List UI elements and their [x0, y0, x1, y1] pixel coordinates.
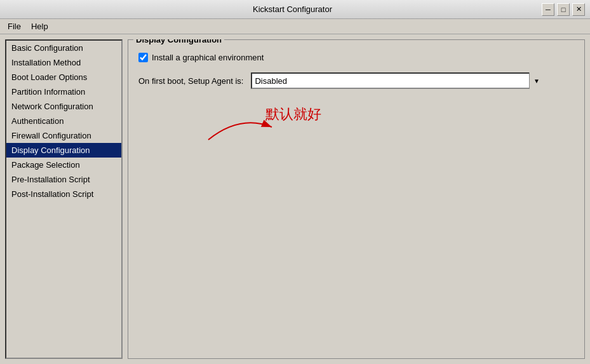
graphical-env-label: Install a graphical environment [152, 53, 264, 62]
setup-agent-row: On first boot, Setup Agent is: Disabled … [138, 72, 574, 89]
window-title: Kickstart Configurator [43, 4, 542, 14]
sidebar-item-post-installation-script[interactable]: Post-Installation Script [6, 187, 121, 201]
sidebar: Basic Configuration Installation Method … [5, 39, 123, 359]
setup-agent-label: On first boot, Setup Agent is: [138, 76, 243, 86]
annotation-text: 默认就好 [265, 105, 321, 124]
graphical-env-checkbox[interactable] [138, 53, 148, 62]
menu-bar: File Help [0, 19, 590, 34]
minimize-button[interactable]: ─ [542, 3, 554, 16]
section-content: Install a graphical environment On first… [138, 53, 574, 152]
annotation-area: 默认就好 [138, 102, 574, 152]
menu-file[interactable]: File [3, 20, 26, 32]
sidebar-item-authentication[interactable]: Authentication [6, 114, 121, 128]
menu-help[interactable]: Help [26, 20, 53, 32]
sidebar-item-boot-loader-options[interactable]: Boot Loader Options [6, 70, 121, 84]
main-content: Basic Configuration Installation Method … [0, 34, 590, 364]
sidebar-item-installation-method[interactable]: Installation Method [6, 55, 121, 70]
display-configuration-section: Display Configuration Install a graphica… [128, 39, 585, 359]
sidebar-item-network-configuration[interactable]: Network Configuration [6, 99, 121, 114]
maximize-button[interactable]: □ [557, 3, 570, 16]
sidebar-item-package-selection[interactable]: Package Selection [6, 158, 121, 172]
close-button[interactable]: ✕ [572, 3, 585, 16]
window-controls: ─ □ ✕ [542, 3, 585, 16]
sidebar-item-display-configuration[interactable]: Display Configuration [6, 143, 121, 158]
sidebar-item-partition-information[interactable]: Partition Information [6, 84, 121, 99]
title-bar: Kickstart Configurator ─ □ ✕ [0, 0, 590, 19]
section-title: Display Configuration [133, 39, 224, 44]
sidebar-item-firewall-configuration[interactable]: Firewall Configuration [6, 128, 121, 143]
sidebar-item-basic-configuration[interactable]: Basic Configuration [6, 41, 121, 55]
setup-agent-select[interactable]: Disabled Enabled Enabled once [251, 72, 543, 89]
graphical-env-row: Install a graphical environment [138, 53, 574, 62]
setup-agent-select-wrapper: Disabled Enabled Enabled once ▼ [251, 72, 543, 89]
sidebar-item-pre-installation-script[interactable]: Pre-Installation Script [6, 172, 121, 187]
right-panel: Display Configuration Install a graphica… [128, 39, 585, 359]
